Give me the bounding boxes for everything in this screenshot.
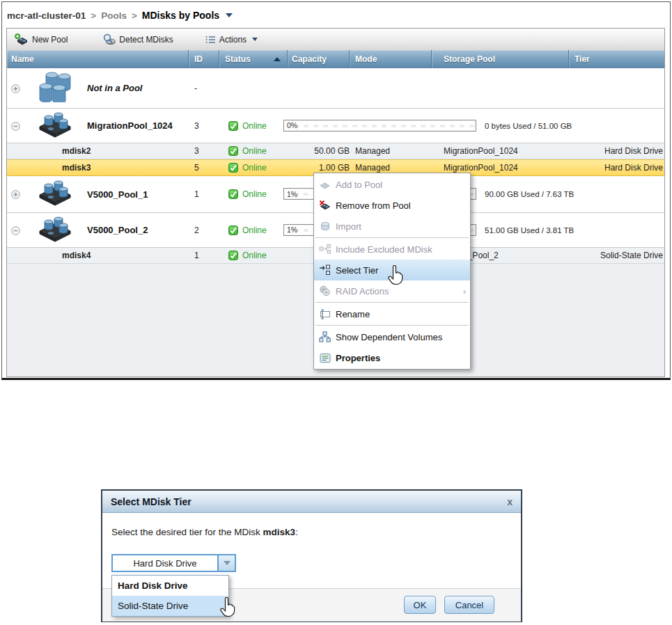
breadcrumb-separator: >: [132, 10, 137, 21]
status-text: Online: [242, 226, 267, 235]
capacity-bar-label: 0%: [284, 121, 297, 129]
tier-option-solid-state-drive[interactable]: Solid-State Drive: [112, 596, 228, 616]
breadcrumb-system-name[interactable]: mcr-atl-cluster-01: [7, 10, 86, 21]
chevron-down-icon: [252, 38, 258, 41]
table-row-not-in-a-pool[interactable]: Not in a Pool-: [7, 68, 664, 109]
tier-dropdown-value: Hard Disk Drive: [113, 555, 217, 571]
breadcrumb-pools-link[interactable]: Pools: [101, 10, 127, 21]
column-header-status[interactable]: Status: [219, 50, 288, 68]
status-cell: Online: [228, 143, 267, 159]
menu-item-rename[interactable]: Rename: [314, 303, 470, 324]
table-header-row: Name ID Status Capacity Mode Storage Poo…: [7, 50, 664, 69]
actions-label: Actions: [219, 35, 247, 45]
select-mdisk-tier-dialog: Select MDisk Tier x Select the desired t…: [101, 489, 522, 622]
expand-icon[interactable]: [11, 84, 20, 93]
column-header-name[interactable]: Name: [7, 50, 189, 68]
mdisk-name: mdisk3: [62, 160, 91, 175]
menu-item-remove-from-pool[interactable]: Remove from Pool: [314, 195, 470, 216]
chevron-down-icon[interactable]: [226, 13, 233, 17]
mdisk-context-menu: Add to PoolRemove from PoolImportInclude…: [313, 173, 471, 370]
capacity-used-text: 90.00 GB Used / 7.63 TB: [485, 176, 574, 212]
menu-item-add-to-pool: Add to Pool: [314, 174, 470, 195]
status-cell: Online: [228, 109, 267, 143]
menu-item-label: Import: [336, 221, 361, 232]
table-row-migrationpool_1024[interactable]: MigrationPool_10243Online0%0 bytes Used …: [7, 109, 664, 143]
id-cell: 1: [194, 248, 222, 263]
chevron-down-icon: [224, 561, 230, 565]
status-text: Online: [242, 163, 267, 173]
dialog-title-bar: Select MDisk Tier x: [102, 491, 521, 513]
online-check-icon: [228, 146, 238, 156]
menu-item-label: Show Dependent Volumes: [336, 332, 442, 342]
pool-icon: [38, 111, 72, 141]
status-text: Online: [242, 146, 267, 156]
ok-button[interactable]: OK: [404, 596, 436, 614]
include-excluded-icon: [318, 243, 332, 255]
table-toolbar: New Pool Detect MDisks Actions: [7, 29, 664, 51]
menu-item-show-dependent-volumes[interactable]: Show Dependent Volumes: [314, 326, 470, 347]
breadcrumb-separator: >: [91, 10, 96, 21]
column-header-storage-pool[interactable]: Storage Pool: [432, 50, 569, 68]
menu-separator: [315, 237, 469, 238]
properties-icon: [318, 351, 332, 364]
dialog-title: Select MDisk Tier: [111, 496, 192, 507]
id-cell: 1: [194, 176, 222, 212]
status-cell: Online: [228, 160, 267, 175]
menu-item-label: Properties: [336, 353, 380, 363]
status-text: Online: [242, 121, 267, 131]
online-check-icon: [228, 226, 238, 235]
collapse-icon[interactable]: [11, 121, 20, 130]
column-header-id[interactable]: ID: [189, 50, 219, 68]
cancel-button[interactable]: Cancel: [444, 596, 494, 614]
tier-dropdown-button[interactable]: [217, 555, 235, 571]
tier-dropdown[interactable]: Hard Disk Drive: [111, 554, 236, 572]
pool-name: Not in a Pool: [87, 68, 142, 108]
new-pool-button[interactable]: New Pool: [8, 29, 74, 50]
online-check-icon: [228, 189, 238, 199]
detect-mdisks-label: Detect MDisks: [119, 35, 173, 45]
table-row-mdisk2[interactable]: mdisk23Online50.00 GBManagedMigrationPoo…: [7, 143, 664, 159]
breadcrumb-current-page[interactable]: MDisks by Pools: [142, 10, 219, 21]
mdisk-name: mdisk4: [62, 248, 91, 263]
pool-name: MigrationPool_1024: [87, 109, 173, 143]
status-text: Online: [242, 189, 267, 199]
pool-icon: [38, 179, 72, 209]
id-cell: 2: [194, 213, 222, 247]
dependent-volumes-icon: [318, 331, 332, 343]
actions-menu-button[interactable]: Actions: [199, 29, 264, 50]
breadcrumb: mcr-atl-cluster-01 > Pools > MDisks by P…: [7, 7, 233, 24]
capacity-used-text: 0 bytes Used / 51.00 GB: [485, 109, 572, 143]
menu-item-label: Remove from Pool: [336, 200, 411, 211]
tier-dropdown-list: Hard Disk DriveSolid-State Drive: [111, 575, 229, 617]
menu-item-label: Include Excluded MDisk: [336, 244, 432, 255]
mode-cell: Managed: [355, 143, 390, 159]
select-tier-icon: [318, 264, 332, 276]
expand-icon[interactable]: [11, 189, 20, 198]
column-header-capacity[interactable]: Capacity: [288, 50, 350, 68]
menu-item-import: Import: [314, 216, 470, 237]
online-check-icon: [228, 163, 238, 173]
submenu-arrow-icon: ›: [463, 286, 466, 296]
column-header-tier[interactable]: Tier: [569, 50, 664, 68]
tier-cell: Hard Disk Drive: [487, 160, 663, 175]
menu-item-label: Rename: [336, 309, 370, 319]
pool-name: V5000_Pool_1: [87, 176, 148, 212]
menu-item-select-tier[interactable]: Select Tier: [314, 260, 470, 280]
online-check-icon: [228, 121, 238, 131]
pool-name: V5000_Pool_2: [87, 213, 148, 247]
capacity-used-text: 51.00 GB Used / 3.81 TB: [485, 213, 574, 247]
collapse-icon[interactable]: [11, 226, 20, 235]
sort-ascending-icon: [274, 57, 281, 61]
tier-cell: Hard Disk Drive: [487, 143, 663, 159]
menu-item-properties[interactable]: Properties: [314, 347, 470, 368]
tier-option-hard-disk-drive[interactable]: Hard Disk Drive: [112, 576, 228, 596]
import-icon: [318, 220, 332, 232]
capacity-bar-label: 1%: [284, 190, 297, 198]
id-cell: 3: [194, 109, 222, 143]
detect-mdisks-button[interactable]: Detect MDisks: [96, 29, 179, 50]
column-header-status-label: Status: [225, 54, 251, 64]
close-icon[interactable]: x: [507, 496, 513, 507]
id-cell: 5: [194, 160, 222, 175]
column-header-mode[interactable]: Mode: [350, 50, 432, 68]
add-to-pool-icon: [318, 178, 332, 191]
